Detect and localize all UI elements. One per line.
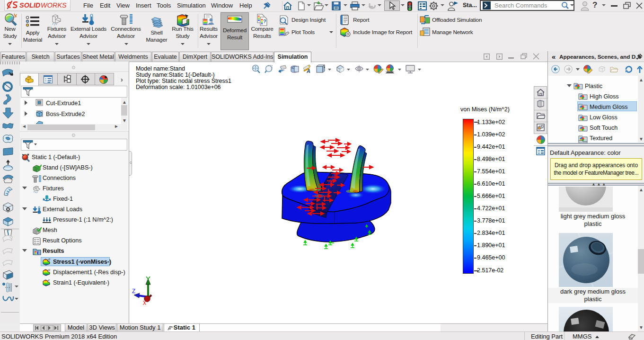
svg-text:?: ? (263, 18, 266, 24)
svg-text:σ: σ (48, 258, 51, 261)
svg-text:A: A (306, 68, 310, 74)
svg-text:X: X (143, 300, 146, 306)
svg-text:WORKS: WORKS (41, 1, 67, 9)
svg-text:SOLID: SOLID (19, 1, 41, 9)
svg-text:ε: ε (48, 278, 50, 282)
svg-text:Z: Z (132, 288, 135, 295)
svg-text:u: u (48, 268, 50, 271)
